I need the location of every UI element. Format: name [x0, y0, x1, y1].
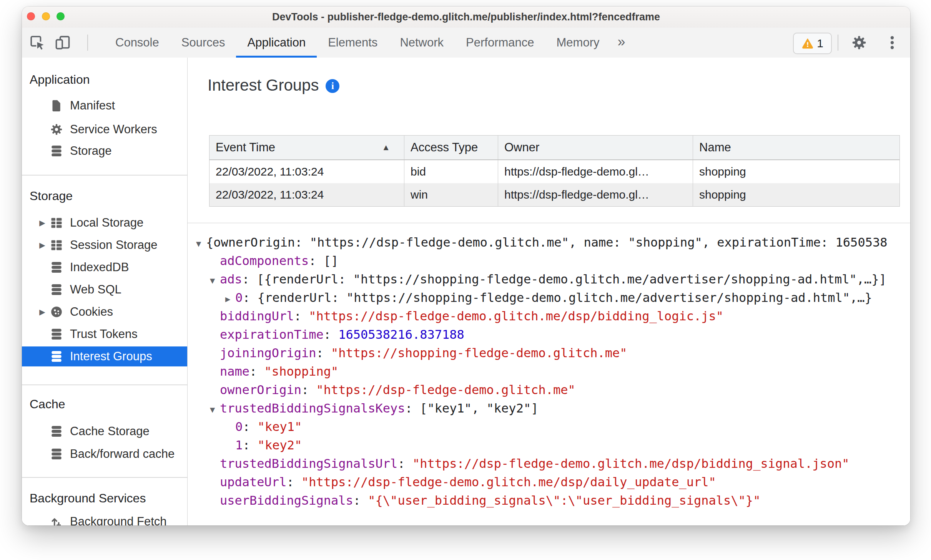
table-cell: shopping	[693, 160, 899, 183]
more-options-icon[interactable]	[884, 34, 901, 51]
table-cell: 22/03/2022, 11:03:24	[209, 160, 404, 183]
triangle-down-icon[interactable]: ▼	[210, 401, 220, 418]
issues-warning-badge[interactable]: 1	[793, 33, 832, 54]
sidebar-item-service-workers[interactable]: Service Workers	[22, 119, 187, 139]
property-key: biddingUrl	[220, 309, 294, 323]
sidebar-item-interest-groups[interactable]: Interest Groups	[22, 346, 187, 366]
tree-line-ads[interactable]: ▼ads: [{renderUrl: "https://shopping-fle…	[188, 270, 910, 288]
triangle-right-icon[interactable]: ▶	[225, 290, 235, 307]
table-cell: win	[404, 183, 498, 206]
sidebar-item-trust-tokens[interactable]: Trust Tokens	[22, 324, 187, 344]
property-key: joiningOrigin	[220, 346, 316, 360]
tree-line-expirationtime[interactable]: expirationTime: 1650538216.837188	[188, 325, 910, 344]
toolbar-divider	[87, 35, 88, 51]
tree-line-userbiddingsignals[interactable]: userBiddingSignals: "{\"user_bidding_sig…	[188, 491, 910, 510]
sidebar-item-background-fetch[interactable]: Background Fetch	[22, 512, 187, 525]
sidebar-item-cookies[interactable]: ▶Cookies	[22, 302, 187, 322]
property-key: updateUrl	[220, 475, 286, 489]
property-key: name	[220, 364, 249, 379]
chevron-right-icon[interactable]: ▶	[37, 218, 47, 227]
column-header-name[interactable]: Name	[693, 136, 899, 159]
sidebar-item-label: Manifest	[70, 99, 115, 113]
sidebar-item-label: Storage	[70, 144, 112, 158]
sidebar-item-cache-storage[interactable]: Cache Storage	[22, 421, 187, 441]
property-value: {ownerOrigin: "https://dsp-fledge-demo.g…	[206, 235, 887, 250]
tab-memory[interactable]: Memory	[545, 28, 611, 58]
window-title: DevTools - publisher-fledge-demo.glitch.…	[22, 7, 910, 28]
sidebar-item-label: Local Storage	[70, 216, 143, 230]
column-header-event-time[interactable]: Event Time▲	[209, 136, 404, 159]
table-icon	[49, 237, 64, 253]
table-header-row: Event Time▲Access TypeOwnerName	[209, 136, 899, 160]
tree-line-joiningorigin[interactable]: joiningOrigin: "https://shopping-fledge-…	[188, 344, 910, 362]
key-separator: :	[242, 272, 257, 287]
devtools-content: ApplicationManifestService WorkersStorag…	[22, 58, 910, 525]
tree-line-name[interactable]: name: "shopping"	[188, 362, 910, 381]
table-row[interactable]: 22/03/2022, 11:03:24winhttps://dsp-fledg…	[209, 183, 899, 206]
sidebar-item-web-sql[interactable]: Web SQL	[22, 280, 187, 300]
key-separator: :	[243, 419, 258, 434]
tree-line-ownerorigin[interactable]: ownerOrigin: "https://dsp-fledge-demo.gl…	[188, 381, 910, 399]
column-header-owner[interactable]: Owner	[498, 136, 693, 159]
tree-line-root[interactable]: ▼{ownerOrigin: "https://dsp-fledge-demo.…	[188, 233, 910, 252]
sidebar-item-indexeddb[interactable]: IndexedDB	[22, 257, 187, 277]
tab-performance[interactable]: Performance	[455, 28, 545, 58]
section-header-background-services: Background Services	[30, 488, 146, 508]
section-header-storage: Storage	[30, 186, 73, 206]
tree-line-adcomponents[interactable]: adComponents: []	[188, 252, 910, 270]
sidebar-item-label: Web SQL	[70, 283, 121, 297]
database-icon	[49, 282, 64, 297]
tree-line-1[interactable]: 1: "key2"	[188, 436, 910, 454]
warning-count: 1	[817, 37, 823, 50]
triangle-down-icon[interactable]: ▼	[210, 272, 220, 288]
database-icon	[49, 260, 64, 275]
tree-line-updateurl[interactable]: updateUrl: "https://dsp-fledge-demo.glit…	[188, 473, 910, 491]
database-icon	[49, 446, 64, 462]
sidebar-item-back-forward-cache[interactable]: Back/forward cache	[22, 444, 187, 464]
sidebar-item-label: Interest Groups	[70, 350, 152, 363]
sidebar-item-manifest[interactable]: Manifest	[22, 96, 187, 116]
tree-line-trustedbiddingsignalskeys[interactable]: ▼trustedBiddingSignalsKeys: ["key1", "ke…	[188, 399, 910, 418]
sidebar-item-label: IndexedDB	[70, 260, 129, 274]
more-tabs-button[interactable]: »	[611, 28, 632, 58]
chevron-right-icon[interactable]: ▶	[37, 240, 47, 250]
tab-sources[interactable]: Sources	[170, 28, 236, 58]
devtools-window: DevTools - publisher-fledge-demo.glitch.…	[22, 7, 910, 525]
sidebar-item-session-storage[interactable]: ▶Session Storage	[22, 235, 187, 255]
table-body: 22/03/2022, 11:03:24bidhttps://dsp-fledg…	[209, 160, 899, 206]
tab-elements[interactable]: Elements	[317, 28, 389, 58]
sort-ascending-icon: ▲	[382, 142, 390, 152]
property-value: "{\"user_bidding_signals\":\"user_biddin…	[368, 493, 760, 508]
panel-tabs: ConsoleSourcesApplicationElementsNetwork…	[104, 28, 632, 58]
table-cell: bid	[404, 160, 498, 183]
settings-gear-icon[interactable]	[851, 34, 868, 51]
sidebar-item-local-storage[interactable]: ▶Local Storage	[22, 213, 187, 233]
column-header-access-type[interactable]: Access Type	[404, 136, 498, 159]
device-toolbar-icon[interactable]	[54, 34, 71, 51]
tab-application[interactable]: Application	[236, 28, 317, 58]
interest-groups-panel: Interest Groups i Event Time▲Access Type…	[188, 58, 910, 525]
tab-console[interactable]: Console	[104, 28, 170, 58]
tree-line-0[interactable]: 0: "key1"	[188, 418, 910, 436]
tab-network[interactable]: Network	[389, 28, 455, 58]
sidebar-item-label: Session Storage	[70, 238, 157, 252]
database-icon	[49, 349, 64, 364]
table-row[interactable]: 22/03/2022, 11:03:24bidhttps://dsp-fledg…	[209, 160, 899, 183]
property-value: "https://shopping-fledge-demo.glitch.me"	[331, 346, 627, 360]
key-separator: :	[353, 493, 368, 508]
tree-line-trustedbiddingsignalsurl[interactable]: trustedBiddingSignalsUrl: "https://dsp-f…	[188, 454, 910, 473]
sidebar-item-storage[interactable]: Storage	[22, 141, 187, 161]
info-icon[interactable]: i	[326, 79, 339, 93]
property-key: trustedBiddingSignalsUrl	[220, 456, 397, 471]
tree-line-biddingurl[interactable]: biddingUrl: "https://dsp-fledge-demo.gli…	[188, 307, 910, 325]
property-key: 0	[235, 290, 243, 305]
tree-line-0[interactable]: ▶0: {renderUrl: "https://shopping-fledge…	[188, 288, 910, 307]
key-separator: :	[309, 253, 324, 268]
key-separator: :	[286, 475, 301, 489]
inspect-element-icon[interactable]	[29, 34, 46, 51]
chevron-right-icon[interactable]: ▶	[37, 307, 47, 316]
triangle-down-icon[interactable]: ▼	[196, 235, 206, 252]
property-value: []	[324, 253, 339, 268]
property-value: "https://dsp-fledge-demo.glitch.me/dsp/d…	[301, 475, 716, 489]
property-value: "https://dsp-fledge-demo.glitch.me/dsp/b…	[412, 456, 850, 471]
